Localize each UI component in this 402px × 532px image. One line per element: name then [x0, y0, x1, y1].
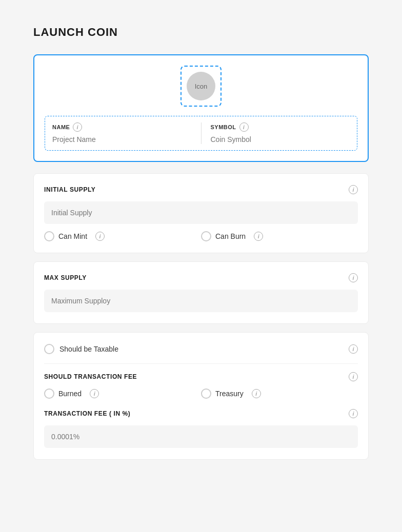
can-mint-radio[interactable] — [44, 231, 54, 241]
symbol-input[interactable] — [211, 135, 350, 144]
can-burn-option: Can Burn i — [201, 231, 358, 241]
initial-supply-title: INITIAL SUPPLY — [44, 186, 95, 193]
can-mint-label: Can Mint — [58, 232, 87, 240]
transaction-fee-percent-header: TRANSACTION FEE ( IN %) i — [44, 409, 358, 418]
burned-label: Burned — [58, 390, 82, 398]
launch-coin-card: Icon NAME i SYMBOL i — [33, 54, 369, 162]
burned-option: Burned i — [44, 388, 201, 399]
transaction-fee-title: SHOULD TRANSACTION FEE — [44, 373, 137, 380]
name-symbol-row: NAME i SYMBOL i — [45, 116, 357, 151]
transaction-fee-percent-input[interactable] — [44, 425, 358, 448]
taxable-label: Should be Taxable — [59, 345, 118, 353]
max-supply-info-icon[interactable]: i — [349, 273, 358, 282]
treasury-label: Treasury — [215, 390, 244, 398]
taxable-radio[interactable] — [44, 344, 54, 354]
transaction-fee-info-icon[interactable]: i — [349, 372, 358, 381]
name-label: NAME i — [52, 122, 192, 132]
icon-label: Icon — [195, 83, 208, 90]
initial-supply-info-icon[interactable]: i — [349, 185, 358, 194]
max-supply-header: MAX SUPPLY i — [44, 273, 358, 282]
max-supply-input[interactable] — [44, 290, 358, 312]
symbol-label: SYMBOL i — [211, 122, 350, 132]
icon-circle: Icon — [187, 72, 215, 100]
name-input[interactable] — [52, 135, 192, 144]
mint-burn-row: Can Mint i Can Burn i — [44, 231, 358, 241]
name-info-icon[interactable]: i — [73, 122, 82, 132]
symbol-field-group: SYMBOL i — [211, 122, 350, 144]
treasury-info-icon[interactable]: i — [252, 389, 261, 398]
burned-treasury-row: Burned i Treasury i — [44, 388, 358, 399]
can-mint-option: Can Mint i — [44, 231, 201, 241]
transaction-fee-header: SHOULD TRANSACTION FEE i — [44, 372, 358, 381]
max-supply-card: MAX SUPPLY i — [33, 261, 369, 324]
burned-info-icon[interactable]: i — [90, 389, 99, 398]
symbol-info-icon[interactable]: i — [239, 122, 249, 132]
can-burn-radio[interactable] — [201, 231, 211, 241]
transaction-fee-percent-info-icon[interactable]: i — [349, 409, 358, 418]
page-title: LAUNCH COIN — [33, 26, 369, 39]
max-supply-title: MAX SUPPLY — [44, 274, 87, 281]
burned-radio[interactable] — [44, 388, 54, 399]
taxable-left: Should be Taxable — [44, 344, 118, 354]
icon-upload-area[interactable]: Icon — [45, 66, 357, 107]
can-burn-info-icon[interactable]: i — [254, 232, 263, 241]
name-field-group: NAME i — [52, 122, 192, 144]
treasury-option: Treasury i — [201, 388, 358, 399]
taxable-info-icon[interactable]: i — [349, 344, 358, 354]
can-mint-info-icon[interactable]: i — [95, 232, 105, 241]
taxable-transaction-card: Should be Taxable i SHOULD TRANSACTION F… — [33, 332, 369, 460]
name-symbol-divider — [201, 122, 202, 144]
can-burn-label: Can Burn — [215, 232, 246, 240]
initial-supply-input[interactable] — [44, 201, 358, 224]
initial-supply-card: INITIAL SUPPLY i Can Mint i Can Burn i — [33, 173, 369, 253]
taxable-row: Should be Taxable i — [44, 344, 358, 364]
transaction-fee-percent-title: TRANSACTION FEE ( IN %) — [44, 410, 130, 417]
initial-supply-header: INITIAL SUPPLY i — [44, 185, 358, 194]
treasury-radio[interactable] — [201, 388, 211, 399]
icon-box[interactable]: Icon — [180, 66, 222, 107]
